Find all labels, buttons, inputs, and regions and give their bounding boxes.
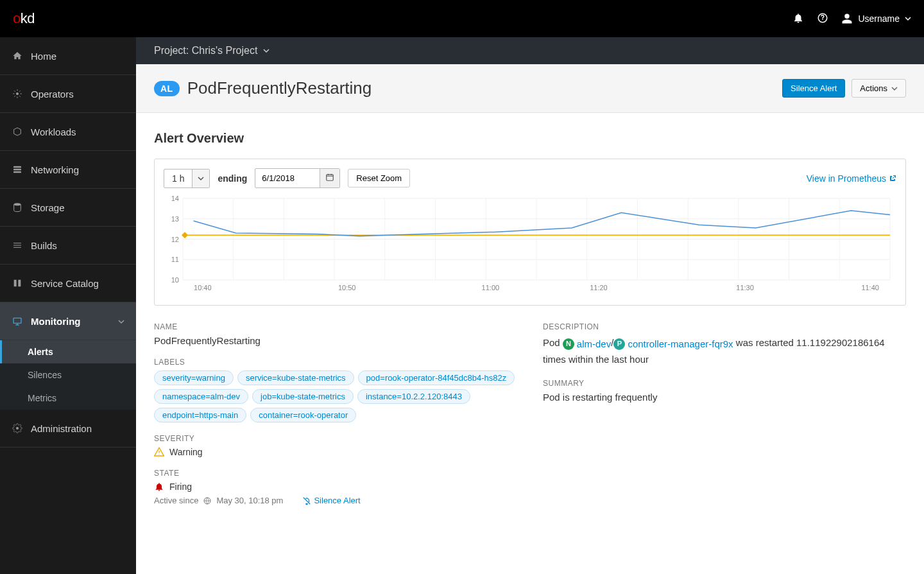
sidebar-item-label: Monitoring — [31, 316, 80, 327]
sidebar-item-label: Service Catalog — [31, 278, 99, 289]
username-label: Username — [858, 13, 900, 24]
pod-badge: P — [613, 338, 625, 350]
pod-link[interactable]: Pcontroller-manager-fqr9x — [613, 336, 733, 352]
external-link-icon — [889, 175, 896, 182]
end-date-input[interactable] — [255, 170, 320, 187]
state-label: STATE — [154, 469, 517, 478]
sidebar-item-storage[interactable]: Storage — [0, 189, 136, 227]
active-since-value: May 30, 10:18 pm — [216, 496, 283, 505]
resource-badge: AL — [154, 81, 180, 96]
operators-icon — [12, 88, 23, 100]
topbar: okd Username — [0, 0, 924, 37]
labels-container: severity=warningservice=kube-state-metri… — [154, 370, 517, 422]
svg-rect-2 — [13, 169, 21, 171]
home-icon — [12, 50, 23, 62]
networking-icon — [12, 164, 23, 175]
silence-icon — [302, 496, 311, 505]
monitoring-icon — [12, 315, 23, 327]
logo[interactable]: okd — [13, 10, 35, 27]
svg-text:13: 13 — [171, 215, 179, 223]
label-pill[interactable]: job=kube-state-metrics — [252, 389, 354, 404]
user-menu[interactable]: Username — [841, 13, 911, 24]
chevron-down-icon — [192, 170, 209, 187]
silence-alert-button[interactable]: Silence Alert — [782, 79, 845, 98]
notifications-icon[interactable] — [792, 12, 804, 26]
sidebar-item-operators[interactable]: Operators — [0, 75, 136, 113]
help-icon[interactable] — [817, 12, 828, 26]
bell-icon — [154, 482, 164, 492]
label-pill[interactable]: endpoint=https-main — [154, 408, 246, 422]
label-pill[interactable]: instance=10.2.2.120:8443 — [357, 389, 470, 404]
svg-text:10:50: 10:50 — [338, 284, 356, 291]
workloads-icon — [12, 126, 23, 137]
chart-panel: 1 h ending Reset Zoom View in Prometheus… — [154, 159, 906, 306]
logo-o: o — [13, 10, 21, 26]
state-value: Firing — [154, 482, 517, 492]
timeseries-chart[interactable]: 101112131410:4010:5011:0011:2011:3011:40 — [164, 195, 896, 294]
globe-icon — [203, 497, 211, 505]
label-pill[interactable]: pod=rook-operator-84f45dc8b4-hs82z — [358, 370, 515, 385]
sidebar-item-workloads[interactable]: Workloads — [0, 113, 136, 151]
sidebar-sub-silences[interactable]: Silences — [0, 363, 136, 387]
overview-title: Alert Overview — [154, 131, 906, 146]
sidebar-item-label: Administration — [31, 423, 92, 434]
sidebar-item-label: Builds — [31, 240, 57, 251]
chevron-down-icon — [891, 85, 898, 92]
main-content: Project: Chris's Project AL PodFrequentl… — [136, 37, 924, 574]
severity-label: SEVERITY — [154, 434, 517, 443]
reset-zoom-button[interactable]: Reset Zoom — [348, 169, 410, 187]
svg-rect-7 — [327, 175, 334, 180]
svg-text:11:20: 11:20 — [590, 284, 608, 291]
silence-alert-link[interactable]: Silence Alert — [302, 496, 360, 505]
project-selector[interactable]: Project: Chris's Project — [136, 37, 924, 64]
sidebar-sub-metrics[interactable]: Metrics — [0, 387, 136, 410]
builds-icon — [12, 239, 23, 251]
label-pill[interactable]: service=kube-state-metrics — [237, 370, 354, 385]
sidebar-item-networking[interactable]: Networking — [0, 151, 136, 189]
sidebar-item-administration[interactable]: Administration — [0, 410, 136, 448]
namespace-link[interactable]: Nalm-dev — [563, 336, 611, 352]
svg-text:12: 12 — [171, 236, 179, 243]
sidebar-item-label: Networking — [31, 164, 79, 175]
catalog-icon — [12, 277, 23, 289]
sidebar-item-label: Workloads — [31, 126, 76, 137]
svg-text:11:00: 11:00 — [482, 284, 500, 291]
namespace-badge: N — [563, 338, 574, 350]
chevron-down-icon — [118, 316, 124, 327]
label-pill[interactable]: severity=warning — [154, 370, 234, 385]
svg-text:10:40: 10:40 — [194, 284, 212, 291]
name-label: NAME — [154, 322, 517, 331]
svg-text:11:40: 11:40 — [861, 284, 879, 291]
svg-point-4 — [14, 203, 21, 205]
view-in-prometheus-link[interactable]: View in Prometheus — [807, 173, 896, 184]
svg-point-6 — [16, 427, 19, 430]
svg-rect-5 — [13, 318, 21, 323]
sidebar-item-builds[interactable]: Builds — [0, 227, 136, 265]
description-value: Pod Nalm-dev/Pcontroller-manager-fqr9x w… — [543, 335, 906, 367]
label-pill[interactable]: namespace=alm-dev — [154, 389, 248, 404]
page-header: AL PodFrequentlyRestarting Silence Alert… — [136, 64, 924, 113]
sidebar-item-home[interactable]: Home — [0, 37, 136, 75]
sidebar-item-label: Home — [31, 51, 56, 62]
svg-text:11: 11 — [171, 256, 179, 263]
time-range-select[interactable]: 1 h — [164, 169, 210, 188]
labels-label: LABELS — [154, 358, 517, 367]
details-right-column: DESCRIPTION Pod Nalm-dev/Pcontroller-man… — [543, 322, 906, 505]
sidebar-item-service-catalog[interactable]: Service Catalog — [0, 265, 136, 302]
label-pill[interactable]: container=rook-operator — [250, 408, 356, 422]
calendar-icon[interactable] — [320, 169, 339, 187]
summary-value: Pod is restarting frequently — [543, 392, 906, 403]
sidebar: Home Operators Workloads Networking Stor… — [0, 37, 136, 574]
active-since-label: Active since — [154, 496, 198, 505]
svg-text:10: 10 — [171, 276, 179, 284]
page-title: PodFrequentlyRestarting — [187, 78, 372, 98]
actions-dropdown-button[interactable]: Actions — [851, 79, 906, 98]
sidebar-sub-alerts[interactable]: Alerts — [0, 340, 136, 363]
chevron-down-icon — [263, 48, 270, 54]
storage-icon — [12, 202, 23, 213]
ending-label: ending — [218, 173, 247, 184]
svg-rect-1 — [13, 166, 21, 168]
sidebar-item-monitoring[interactable]: Monitoring — [0, 302, 136, 340]
svg-rect-3 — [13, 171, 21, 173]
name-value: PodFrequentlyRestarting — [154, 335, 517, 346]
